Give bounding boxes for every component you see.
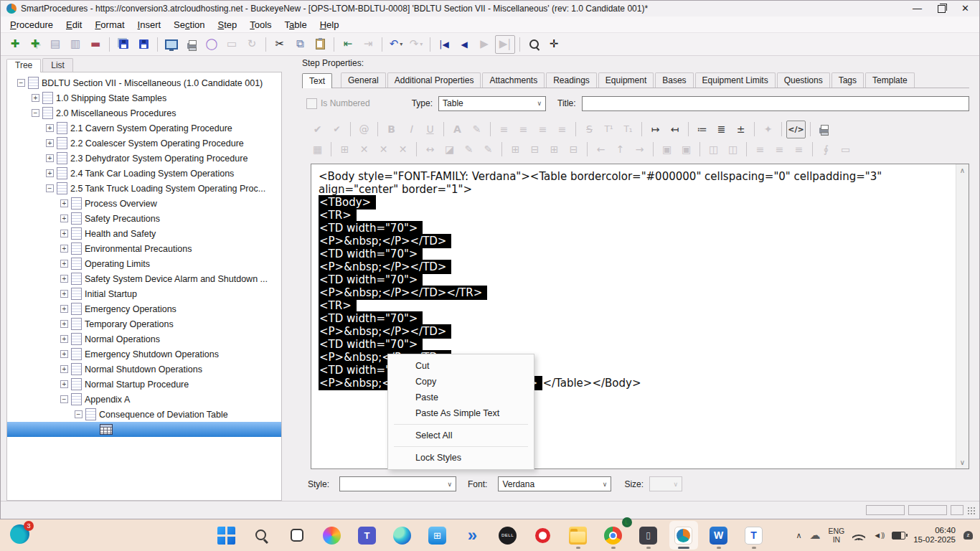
menu-help[interactable]: Help <box>314 18 346 32</box>
expand-icon[interactable]: + <box>60 245 68 253</box>
wifi-icon[interactable] <box>852 531 865 540</box>
decrease-indent-button[interactable]: ↤ <box>666 121 684 138</box>
collapse-icon[interactable]: − <box>17 79 25 87</box>
language-indicator[interactable]: ENG IN <box>829 527 845 544</box>
taskbar-opera[interactable] <box>529 521 557 550</box>
tree-item[interactable]: −2.5 Tank Truck Loading System Operating… <box>7 181 281 196</box>
expand-icon[interactable]: + <box>60 320 68 328</box>
close-button[interactable]: ✕ <box>961 4 969 14</box>
tree-item[interactable]: +Process Overview <box>7 196 281 211</box>
preview-button[interactable] <box>162 36 181 53</box>
delete-step-button[interactable]: ▬ <box>86 36 105 53</box>
type-select[interactable]: Table ∨ <box>438 96 546 111</box>
undo-button[interactable]: ↶▾ <box>387 36 405 53</box>
expand-icon[interactable]: + <box>60 230 68 237</box>
numbered-list-button[interactable]: ≣ <box>712 121 730 138</box>
tab-tree[interactable]: Tree <box>6 59 41 72</box>
taskbar-word[interactable] <box>705 521 733 550</box>
taskbar-explorer[interactable] <box>564 521 593 550</box>
expand-icon[interactable]: + <box>60 305 68 313</box>
minimize-button[interactable]: — <box>913 4 922 14</box>
editor-scrollbar[interactable]: ∧ ∨ <box>956 164 969 468</box>
onedrive-icon[interactable]: ☁ <box>810 529 821 542</box>
collapse-icon[interactable]: − <box>60 395 68 403</box>
tab-general[interactable]: General <box>341 72 386 88</box>
panel-splitter[interactable] <box>282 56 288 501</box>
tree-item[interactable]: +2.1 Cavern System Operating Procedure <box>7 121 281 136</box>
tree-item[interactable] <box>7 422 281 437</box>
taskbar-t-editor[interactable] <box>740 521 768 550</box>
menu-insert[interactable]: Insert <box>131 18 168 32</box>
style-select[interactable]: ∨ <box>339 476 456 491</box>
expand-icon[interactable]: + <box>46 169 54 177</box>
line-spacing-button[interactable]: ± <box>732 121 750 138</box>
tab-list[interactable]: List <box>42 58 73 72</box>
notification-bell-icon[interactable] <box>963 531 973 540</box>
taskbar-search[interactable] <box>248 521 276 550</box>
menu-table[interactable]: Table <box>278 18 314 32</box>
context-menu-item-select-all[interactable]: Select All <box>388 428 534 443</box>
tab-tags[interactable]: Tags <box>831 72 864 88</box>
restore-button[interactable] <box>938 5 946 13</box>
increase-indent-button[interactable]: ↦ <box>646 121 664 138</box>
taskbar-copilot[interactable] <box>318 521 347 550</box>
taskbar-chat-app[interactable]: 3 <box>10 524 29 544</box>
procedure-report-button[interactable]: ▥ <box>66 36 85 53</box>
tree-item[interactable]: +Emergency Shutdown Operations <box>7 347 281 362</box>
taskbar-task-view[interactable] <box>283 521 311 550</box>
tab-equipment-limits[interactable]: Equipment Limits <box>695 72 776 88</box>
save-button[interactable] <box>134 36 153 53</box>
tab-additional-properties[interactable]: Additional Properties <box>387 72 481 88</box>
copy-button[interactable]: ⧉ <box>291 36 309 53</box>
bullet-list-button[interactable]: ≔ <box>693 121 711 138</box>
taskbar-store[interactable] <box>423 521 452 550</box>
resize-grip[interactable] <box>967 507 975 514</box>
taskbar-smartprocedures[interactable] <box>669 521 698 550</box>
tree-item[interactable]: −Consequence of Deviation Table <box>7 407 281 422</box>
review-cycle-button[interactable]: ◯ <box>202 36 221 53</box>
expand-icon[interactable]: + <box>60 380 68 388</box>
battery-icon[interactable] <box>892 532 905 540</box>
collapse-icon[interactable]: − <box>46 184 54 192</box>
expand-icon[interactable]: + <box>60 290 68 298</box>
tree-item[interactable]: −Appendix A <box>7 392 281 407</box>
taskbar-edge[interactable] <box>388 521 417 550</box>
tree-item[interactable]: +Normal Startup Procedure <box>7 377 281 392</box>
tree-item[interactable]: +Operating Limits <box>7 256 281 271</box>
paste-button[interactable] <box>311 36 329 53</box>
scroll-up-icon[interactable]: ∧ <box>960 166 965 174</box>
expand-icon[interactable]: + <box>32 94 39 102</box>
html-source-button[interactable]: </> <box>786 121 806 138</box>
expand-icon[interactable]: + <box>60 199 68 207</box>
previous-step-button[interactable]: ◀ <box>455 36 473 53</box>
expand-icon[interactable]: + <box>60 215 68 222</box>
expand-icon[interactable]: + <box>60 260 68 268</box>
expand-icon[interactable]: + <box>60 335 68 343</box>
collapse-icon[interactable]: − <box>75 410 83 418</box>
tree-item[interactable]: +Emergency Operations <box>7 301 281 316</box>
tree-item[interactable]: +Normal Operations <box>7 331 281 347</box>
taskbar-power-automate[interactable] <box>458 521 487 550</box>
tab-text[interactable]: Text <box>302 73 332 88</box>
context-menu-item-lock-styles[interactable]: Lock Styles <box>388 450 534 466</box>
expand-icon[interactable]: + <box>60 275 68 283</box>
insert-before-button[interactable]: ⇤ <box>339 36 357 53</box>
expand-icon[interactable]: + <box>46 124 54 132</box>
title-input[interactable] <box>582 96 969 111</box>
move-step-button[interactable]: ✛ <box>545 36 563 53</box>
scroll-down-icon[interactable]: ∨ <box>960 458 965 466</box>
tree-item[interactable]: +2.3 Dehydrator System Operating Procedu… <box>7 151 281 166</box>
collapse-icon[interactable]: − <box>32 109 39 117</box>
cut-button[interactable]: ✂ <box>270 36 289 53</box>
tree-item[interactable]: −2.0 Miscellaneous Procedures <box>7 105 281 121</box>
step-report-button[interactable]: ▤ <box>46 36 65 53</box>
tree-item[interactable]: +Safety System Device Alarm and Shutdown… <box>7 271 281 286</box>
tab-questions[interactable]: Questions <box>777 72 830 88</box>
is-numbered-checkbox[interactable] <box>306 98 317 109</box>
tree-item[interactable]: +Health and Safety <box>7 226 281 241</box>
menu-edit[interactable]: Edit <box>60 18 88 32</box>
tree-item[interactable]: +2.2 Coalescer System Operating Procedur… <box>7 136 281 151</box>
menu-tools[interactable]: Tools <box>243 18 278 32</box>
print-step-button[interactable] <box>815 121 833 138</box>
expand-icon[interactable]: + <box>46 154 54 162</box>
